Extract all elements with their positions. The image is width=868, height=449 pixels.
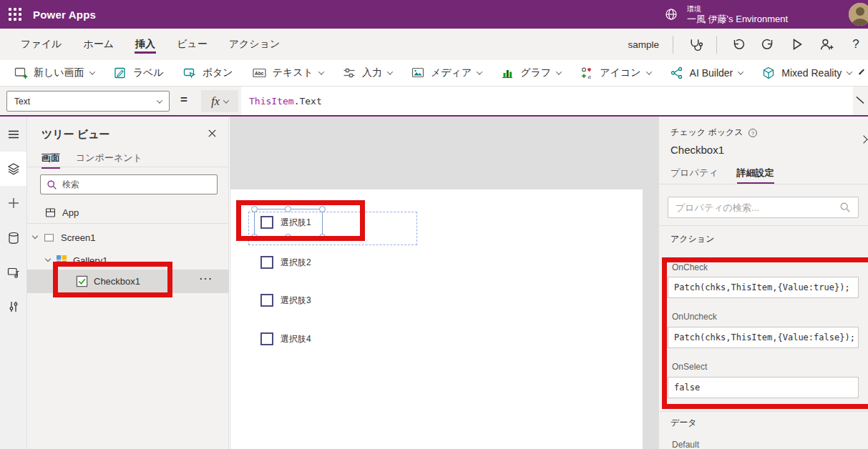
properties-panel: チェック ボックス ? Checkbox1 プロパティ 詳細設定 アクション O… [658,117,868,449]
screen-icon [43,232,55,244]
fx-button[interactable]: fx [201,90,238,112]
formula-expand-icon[interactable] [854,94,866,106]
svg-text:a: a [588,73,591,80]
checkbox-square[interactable] [260,332,273,345]
property-search-input[interactable] [676,202,834,213]
app-checker-icon[interactable] [687,36,703,52]
app-title: Power Apps [33,9,96,21]
insert-rail-button[interactable] [0,186,26,220]
chevron-down-icon [318,69,324,74]
onuncheck-value-field[interactable]: Patch(chks,ThisItem,{Value:false}); [668,327,859,348]
canvas-checkbox-4[interactable]: 選択肢4 [260,332,311,345]
button-button[interactable]: ボタン [173,60,243,86]
help-icon[interactable]: ? [848,36,864,52]
chart-menu[interactable]: グラフ [491,60,570,86]
mixed-reality-icon [761,66,776,80]
chevron-down-icon[interactable] [45,256,51,262]
gallery-icon [56,255,67,266]
close-icon[interactable] [208,129,217,138]
svg-text:Abc: Abc [255,71,264,76]
property-search-box[interactable] [668,197,859,218]
resize-handle[interactable] [285,234,291,240]
menu-view[interactable]: ビュー [175,30,209,59]
icons-menu[interactable]: a アイコン [570,60,660,86]
app-name-label: sample [628,39,659,50]
tree-search-input[interactable] [62,179,211,189]
media-icon [411,66,425,80]
input-menu[interactable]: 入力 [333,60,401,86]
canvas-checkbox-3[interactable]: 選択肢3 [260,294,311,307]
panel-collapse-chevron[interactable] [861,132,867,145]
avatar[interactable] [849,3,868,26]
checkbox-square[interactable] [260,216,273,229]
undo-icon[interactable] [731,36,746,52]
onselect-value-field[interactable]: false [668,377,859,398]
play-icon[interactable] [789,36,805,52]
media-rail-button[interactable] [0,255,26,290]
menu-action[interactable]: アクション [228,30,282,59]
label-button[interactable]: ラベル [104,60,173,86]
formula-bar: Text = fx ThisItem.Text [0,87,868,117]
environment-switcher[interactable]: 環境 一風 伊藤's Environment [664,0,788,29]
menu-insert[interactable]: 挿入 [134,30,157,59]
resize-handle[interactable] [251,206,258,212]
tab-advanced[interactable]: 詳細設定 [737,167,774,184]
share-icon[interactable] [819,36,834,52]
menu-file[interactable]: ファイル [19,30,63,59]
canvas-checkbox-2[interactable]: 選択肢2 [260,256,311,269]
search-icon [839,202,851,213]
canvas-checkbox-1[interactable]: 選択肢1 [260,216,311,229]
help-icon[interactable]: ? [748,128,758,138]
tree-search-box[interactable] [40,174,218,194]
tree-item-gallery1[interactable]: Gallery1 [46,250,107,270]
onuncheck-label: OnUncheck [672,312,717,322]
mixed-reality-menu[interactable]: Mixed Reality [752,60,861,86]
text-menu[interactable]: Abc テキスト [243,60,333,86]
hamburger-menu-button[interactable] [0,117,26,152]
tree-view-panel: ツリー ビュー 画面 コンポーネント App Screen1 [27,117,229,449]
new-screen-button[interactable]: 新しい画面 [4,60,104,86]
tree-item-app[interactable]: App [44,202,79,222]
divider [673,36,673,54]
checkbox-square[interactable] [260,256,273,269]
redo-icon[interactable] [760,36,776,52]
resize-handle[interactable] [319,234,326,240]
section-action: アクション [670,233,714,245]
chevron-down-icon [556,69,562,74]
divider [27,223,229,224]
oncheck-value-field[interactable]: Patch(chks,ThisItem,{Value:true}); [668,277,859,298]
button-icon [182,66,197,80]
app-icon [44,207,57,219]
ai-builder-menu[interactable]: AI Builder [660,60,753,86]
text-icon: Abc [252,66,267,80]
resize-handle[interactable] [285,206,291,212]
data-rail-button[interactable] [0,221,26,255]
input-icon [342,66,356,80]
new-screen-icon [14,66,28,80]
waffle-menu-button[interactable] [0,0,30,29]
property-selector[interactable]: Text [6,91,170,112]
tab-properties[interactable]: プロパティ [670,167,718,184]
chevron-down-icon [387,69,393,74]
resize-handle[interactable] [251,234,258,240]
resize-handle[interactable] [319,206,326,212]
checkbox-square[interactable] [260,294,273,307]
control-type-label: チェック ボックス [670,127,743,139]
left-navigation-rail [0,117,27,449]
media-menu[interactable]: メディア [401,60,491,86]
tree-view-rail-button[interactable] [0,152,26,186]
tree-item-checkbox1[interactable]: Checkbox1 ··· [27,270,229,293]
onselect-label: OnSelect [672,362,707,372]
item-options-ellipsis[interactable]: ··· [200,273,213,284]
formula-input[interactable]: ThisItem.Text [241,87,853,115]
divider [659,184,868,184]
control-name: Checkbox1 [670,144,724,156]
advanced-tools-rail-button[interactable] [0,290,26,324]
menu-home[interactable]: ホーム [82,30,115,59]
divider [659,411,868,412]
formula-token-object: ThisItem [249,96,294,107]
tree-item-screen1[interactable]: Screen1 [33,227,95,247]
icons-icon: a [580,66,594,80]
chevron-down-icon[interactable] [32,233,38,239]
environment-globe-icon [664,7,678,21]
